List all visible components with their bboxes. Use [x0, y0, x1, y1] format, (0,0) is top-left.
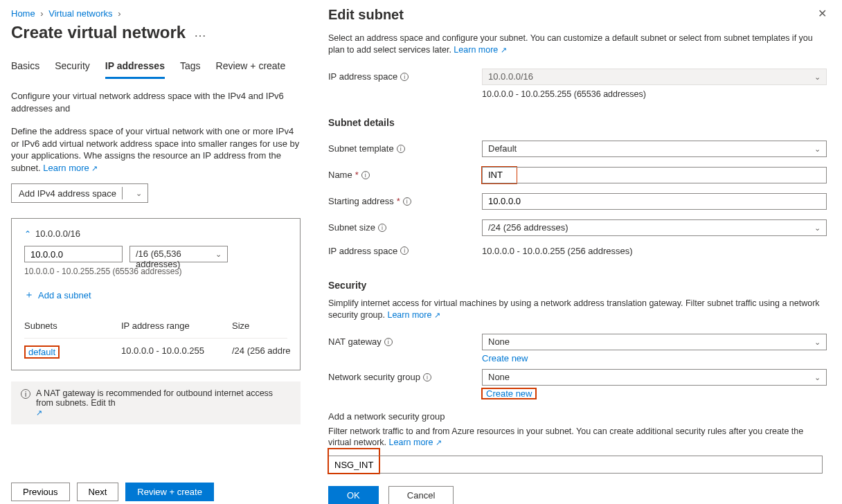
external-link-icon: ↗	[91, 164, 98, 172]
learn-more-link[interactable]: Learn more ↗	[387, 310, 440, 320]
security-description: Simplify internet access for virtual mac…	[328, 298, 827, 321]
col-size: Size	[232, 321, 322, 331]
section-subnet-details: Subnet details	[328, 117, 827, 128]
chevron-down-icon: ⌄	[814, 144, 821, 153]
next-button[interactable]: Next	[77, 483, 119, 501]
edit-subnet-panel: Edit subnet ✕ Select an address space an…	[313, 0, 842, 504]
info-icon[interactable]: i	[423, 373, 431, 381]
external-link-icon[interactable]: ↗	[36, 408, 42, 417]
ip-space-range-text: 10.0.0.0 - 10.0.255.255 (65536 addresses…	[482, 89, 827, 99]
add-nsg-block: Add a network security group Filter netw…	[328, 411, 827, 505]
external-link-icon: ↗	[436, 438, 442, 447]
chevron-down-icon: ⌄	[814, 372, 821, 381]
tab-basics[interactable]: Basics	[11, 60, 39, 79]
add-nsg-description: Filter network traffic to and from Azure…	[328, 426, 827, 449]
info-icon[interactable]: i	[397, 145, 405, 153]
panel-description: Select an address space and configure yo…	[328, 33, 827, 56]
tab-ip-addresses[interactable]: IP addresses	[105, 60, 165, 79]
cell-range: 10.0.0.0 - 10.0.0.255	[121, 345, 232, 359]
info-icon: i	[21, 389, 30, 399]
label-starting-address: Starting address * i	[328, 196, 482, 206]
ok-button[interactable]: OK	[328, 486, 379, 504]
nat-gateway-select[interactable]: None ⌄	[482, 334, 827, 350]
label-name: Name * i	[328, 170, 482, 180]
external-link-icon: ↗	[434, 311, 440, 319]
subnet-size-select[interactable]: /24 (256 addresses) ⌄	[482, 219, 827, 236]
nat-create-new-link[interactable]: Create new	[482, 353, 528, 363]
chevron-down-icon: ⌄	[215, 250, 222, 259]
info-icon[interactable]: i	[400, 73, 409, 81]
chevron-down-icon: ⌄	[814, 337, 821, 346]
col-subnets: Subnets	[24, 321, 121, 331]
close-button[interactable]: ✕	[818, 7, 827, 20]
subnet-name-input[interactable]	[482, 167, 517, 183]
tabs: Basics Security IP addresses Tags Review…	[11, 60, 301, 79]
review-create-button[interactable]: Review + create	[125, 483, 214, 501]
info-icon[interactable]: i	[384, 338, 393, 346]
breadcrumb-home[interactable]: Home	[11, 8, 35, 19]
address-space-label: 10.0.0.0/16	[35, 228, 80, 239]
chevron-down-icon: ⌄	[814, 72, 821, 81]
tab-review-create[interactable]: Review + create	[216, 60, 286, 79]
add-nsg-title: Add a network security group	[328, 411, 827, 422]
ip-address-space-value: 10.0.0.0 - 10.0.0.255 (256 addresses)	[482, 246, 827, 256]
nsg-create-new-link[interactable]: Create new	[482, 388, 536, 399]
breadcrumb: Home › Virtual networks ›	[11, 8, 301, 19]
address-space-card: ⌃ 10.0.0.0/16 /16 (65,536 addresses) ⌄ 1…	[11, 218, 301, 370]
previous-button[interactable]: Previous	[11, 483, 70, 501]
info-icon[interactable]: i	[378, 224, 386, 232]
footer-buttons: Previous Next Review + create	[11, 483, 214, 501]
description-text: Define the address space of your virtual…	[11, 125, 301, 174]
add-address-space-dropdown[interactable]: Add IPv4 address space ⌄	[11, 183, 148, 203]
description-text: Configure your virtual network address s…	[11, 90, 301, 114]
nsg-name-input[interactable]	[328, 456, 379, 474]
label-ip-address-space: IP address space i	[328, 71, 482, 82]
chevron-down-icon: ⌄	[814, 223, 821, 232]
page-title: Create virtual network	[11, 23, 186, 42]
info-icon[interactable]: i	[361, 171, 370, 179]
chevron-right-icon: ›	[118, 8, 120, 19]
label-ip-address-space-2: IP address space i	[328, 246, 482, 256]
info-icon[interactable]: i	[400, 246, 409, 255]
add-subnet-button[interactable]: ＋ Add a subnet	[24, 289, 287, 301]
section-security: Security	[328, 280, 827, 291]
cell-size: /24 (256 addre	[232, 345, 322, 359]
plus-icon: ＋	[24, 289, 34, 301]
chevron-down-icon: ⌄	[136, 189, 142, 198]
chevron-right-icon: ›	[40, 8, 43, 19]
starting-address-input[interactable]	[482, 193, 827, 210]
ip-base-input[interactable]	[24, 246, 123, 262]
learn-more-link[interactable]: Learn more ↗	[389, 438, 442, 447]
subnet-table-header: Subnets IP address range Size	[24, 314, 287, 338]
label-subnet-size: Subnet size i	[328, 222, 482, 233]
nat-info-banner: i A NAT gateway is recommended for outbo…	[11, 381, 301, 424]
label-nat-gateway: NAT gateway i	[328, 336, 482, 347]
ip-address-space-select[interactable]: 10.0.0.0/16 ⌄	[482, 69, 827, 85]
nsg-select[interactable]: None ⌄	[482, 369, 827, 386]
subnet-template-select[interactable]: Default ⌄	[482, 141, 827, 157]
more-actions-button[interactable]: …	[194, 26, 206, 40]
learn-more-link[interactable]: Learn more ↗	[43, 163, 98, 173]
main-content: Home › Virtual networks › Create virtual…	[0, 0, 312, 504]
tab-security[interactable]: Security	[55, 60, 90, 79]
learn-more-link[interactable]: Learn more ↗	[454, 45, 506, 55]
panel-title: Edit subnet	[328, 7, 404, 23]
tab-tags[interactable]: Tags	[180, 60, 201, 79]
info-icon[interactable]: i	[403, 197, 411, 206]
label-subnet-template: Subnet template i	[328, 143, 482, 154]
col-range: IP address range	[121, 321, 232, 331]
subnet-link-default[interactable]: default	[28, 347, 55, 357]
cancel-button[interactable]: Cancel	[388, 486, 454, 504]
breadcrumb-vnets[interactable]: Virtual networks	[48, 8, 112, 19]
mask-select[interactable]: /16 (65,536 addresses) ⌄	[129, 246, 228, 262]
table-row: default 10.0.0.0 - 10.0.0.255 /24 (256 a…	[24, 338, 287, 370]
chevron-up-icon[interactable]: ⌃	[24, 229, 31, 239]
external-link-icon: ↗	[501, 46, 507, 54]
label-nsg: Network security group i	[328, 372, 482, 382]
